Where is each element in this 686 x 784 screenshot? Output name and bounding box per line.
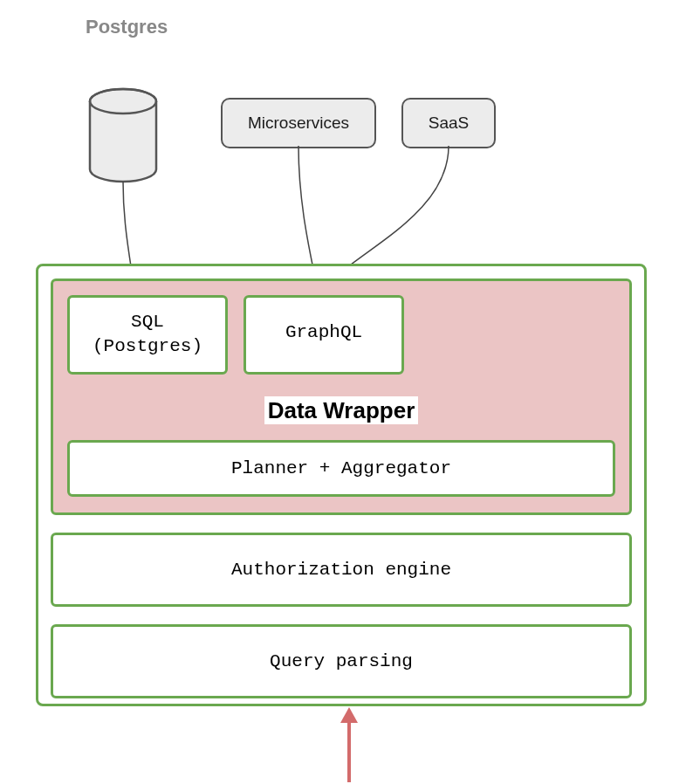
graphql-box: GraphQL bbox=[244, 295, 404, 375]
planner-aggregator-box: Planner + Aggregator bbox=[67, 440, 615, 497]
diagram-title: Postgres bbox=[86, 16, 168, 38]
microservices-source: Microservices bbox=[221, 98, 376, 148]
svg-marker-5 bbox=[340, 707, 358, 723]
wrapper-inputs-row: SQL (Postgres) GraphQL bbox=[67, 295, 615, 375]
input-arrow-icon bbox=[332, 707, 367, 782]
authorization-engine-box: Authorization engine bbox=[51, 533, 632, 607]
database-icon bbox=[87, 87, 159, 183]
data-wrapper-section: SQL (Postgres) GraphQL Data Wrapper Plan… bbox=[51, 279, 632, 515]
sql-box: SQL (Postgres) bbox=[67, 295, 228, 375]
data-wrapper-title: Data Wrapper bbox=[67, 397, 615, 424]
main-container: SQL (Postgres) GraphQL Data Wrapper Plan… bbox=[36, 264, 647, 706]
saas-source: SaaS bbox=[401, 98, 496, 148]
sql-label-line2: (Postgres) bbox=[87, 334, 208, 359]
sql-label-line1: SQL bbox=[87, 310, 208, 334]
query-parsing-box: Query parsing bbox=[51, 624, 632, 698]
